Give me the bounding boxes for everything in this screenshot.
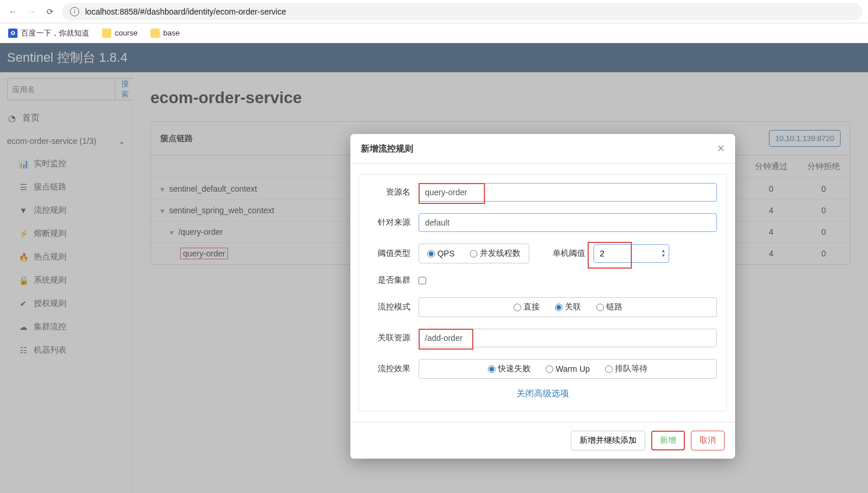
radio-input-relate[interactable]: [555, 304, 563, 311]
reload-button[interactable]: ⟳: [43, 5, 57, 19]
form-row-resource: 资源名: [359, 177, 726, 207]
radio-input-thread[interactable]: [470, 250, 477, 258]
label-limitapp: 针对来源: [368, 217, 410, 228]
modal-body: 资源名 针对来源 阈值类型 QPS 并发线程数 单机阈值: [350, 164, 735, 422]
form-row-threshold: 阈值类型 QPS 并发线程数 单机阈值 ▲▼: [359, 238, 726, 269]
bookmarks-bar: ✿ 百度一下，你就知道 course base: [0, 23, 868, 43]
radio-direct[interactable]: 直接: [514, 302, 540, 312]
radio-warm[interactable]: Warm Up: [546, 364, 590, 374]
bookmark-base[interactable]: base: [150, 29, 180, 38]
radio-relate[interactable]: 关联: [555, 302, 581, 312]
back-button[interactable]: ←: [6, 5, 20, 19]
url-text: localhost:8858/#/dashboard/identity/ecom…: [85, 7, 286, 16]
bookmark-label: course: [115, 29, 138, 37]
radio-fast[interactable]: 快速失败: [488, 364, 530, 374]
form-row-limitapp: 针对来源: [359, 207, 726, 238]
site-info-icon[interactable]: i: [70, 7, 79, 16]
modal-title: 新增流控规则: [361, 143, 413, 154]
input-limitapp[interactable]: [419, 213, 717, 232]
bookmark-label: 百度一下，你就知道: [21, 28, 89, 38]
bookmark-baidu[interactable]: ✿ 百度一下，你就知道: [8, 28, 89, 38]
radio-input-fast[interactable]: [488, 365, 496, 373]
forward-button[interactable]: →: [24, 5, 38, 19]
radio-queue[interactable]: 排队等待: [605, 364, 648, 374]
radio-chain[interactable]: 链路: [596, 302, 623, 312]
threshold-type-group: QPS 并发线程数: [419, 244, 529, 263]
label-assoc: 关联资源: [368, 333, 410, 343]
form-row-cluster: 是否集群: [359, 269, 726, 291]
browser-chrome: ← → ⟳ i localhost:8858/#/dashboard/ident…: [0, 0, 868, 23]
number-stepper[interactable]: ▲▼: [661, 249, 666, 258]
radio-input-queue[interactable]: [605, 365, 613, 373]
radio-qps[interactable]: QPS: [427, 248, 455, 259]
label-threshold: 单机阈值: [553, 248, 585, 259]
add-continue-button[interactable]: 新增并继续添加: [571, 431, 645, 450]
label-mode: 流控模式: [368, 302, 410, 312]
folder-icon: [102, 29, 111, 38]
radio-thread[interactable]: 并发线程数: [470, 248, 521, 259]
radio-input-direct[interactable]: [514, 304, 521, 311]
close-icon[interactable]: ×: [717, 142, 725, 155]
modal-header: 新增流控规则 ×: [350, 134, 735, 164]
bookmark-label: base: [163, 29, 180, 37]
toggle-advanced[interactable]: 关闭高级选项: [359, 385, 726, 400]
form-row-effect: 流控效果 快速失败 Warm Up 排队等待: [359, 353, 726, 385]
modal-footer: 新增并继续添加 新增 取消: [350, 422, 735, 459]
form-row-mode: 流控模式 直接 关联 链路: [359, 291, 726, 323]
folder-icon: [150, 29, 160, 38]
radio-input-chain[interactable]: [596, 304, 604, 311]
baidu-icon: ✿: [8, 29, 17, 38]
input-threshold[interactable]: [593, 244, 669, 263]
address-bar[interactable]: i localhost:8858/#/dashboard/identity/ec…: [62, 3, 862, 20]
input-resource[interactable]: [419, 183, 717, 202]
bookmark-course[interactable]: course: [102, 29, 138, 38]
label-resource: 资源名: [368, 187, 410, 198]
effect-group: 快速失败 Warm Up 排队等待: [419, 359, 717, 379]
mode-group: 直接 关联 链路: [419, 297, 717, 317]
form-row-assoc: 关联资源: [359, 323, 726, 353]
radio-input-warm[interactable]: [546, 365, 553, 373]
label-threshold-type: 阈值类型: [368, 248, 410, 259]
radio-input-qps[interactable]: [427, 250, 435, 258]
add-button[interactable]: 新增: [651, 431, 685, 450]
cancel-button[interactable]: 取消: [691, 431, 725, 450]
label-cluster: 是否集群: [368, 275, 410, 286]
label-effect: 流控效果: [368, 364, 410, 374]
flow-rule-modal: 新增流控规则 × 资源名 针对来源 阈值类型 QPS 并发线程数: [350, 134, 735, 459]
input-assoc[interactable]: [419, 329, 717, 347]
step-down-icon[interactable]: ▼: [661, 253, 666, 258]
checkbox-cluster[interactable]: [419, 277, 426, 284]
